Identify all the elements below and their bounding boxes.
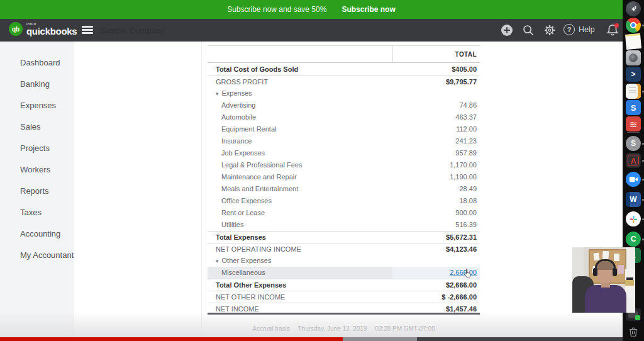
camtasia-icon[interactable]: C	[626, 232, 641, 247]
row-value[interactable]: 112.00	[392, 123, 480, 135]
video-progress-played	[0, 337, 343, 341]
report-rows: Total Cost of Goods Sold$405.00GROSS PRO…	[208, 64, 480, 315]
row-value: $ -2,666.00	[392, 291, 480, 303]
row-value: $4,123.46	[392, 243, 480, 255]
acrobat-reader-icon[interactable]: Λ	[626, 153, 641, 168]
report-row: Maintenance and Repair1,190.00	[208, 171, 480, 183]
row-value[interactable]: 28.49	[392, 183, 480, 195]
row-value[interactable]: 241.23	[392, 135, 480, 147]
red-stack-app-icon[interactable]: ≋	[626, 116, 641, 131]
sidebar-item-taxes[interactable]: Taxes	[0, 202, 74, 223]
row-label: Miscellaneous	[208, 267, 392, 279]
video-progress-buffered	[343, 337, 418, 341]
report-row: Meals and Entertainment28.49	[208, 183, 480, 195]
row-label: Insurance	[208, 135, 392, 147]
presenter-torso	[585, 285, 626, 313]
report-row: Total Expenses$5,672.31	[208, 231, 480, 243]
webcam-overlay	[572, 247, 635, 313]
report-row: Rent or Lease900.00	[208, 207, 480, 219]
report-pane-edge	[201, 42, 202, 337]
notification-bell-icon[interactable]	[606, 23, 619, 37]
sidebar-item-dashboard[interactable]: Dashboard	[0, 52, 74, 74]
blue-s-app-icon[interactable]: S	[626, 100, 641, 115]
report-row: ▾Expenses	[208, 87, 480, 99]
sidebar-item-projects[interactable]: Projects	[0, 138, 74, 159]
row-label: ▾Expenses	[208, 87, 392, 99]
create-plus-icon[interactable]	[501, 24, 513, 36]
row-value[interactable]: 516.39	[392, 219, 480, 231]
help-menu[interactable]: ? Help	[564, 24, 595, 35]
report-row: Insurance241.23	[208, 135, 480, 147]
row-label: GROSS PROFIT	[208, 76, 392, 87]
hand-cursor-icon	[463, 268, 473, 281]
sidebar-item-accounting[interactable]: Accounting	[0, 223, 74, 245]
row-label: NET OPERATING INCOME	[208, 243, 392, 255]
promo-message: Subscribe now and save 50%	[227, 5, 326, 14]
row-label: ▾Other Expenses	[208, 255, 392, 267]
content-bottom-fade	[0, 311, 623, 337]
hamburger-menu-icon[interactable]	[82, 26, 93, 35]
row-label: Office Expenses	[208, 195, 392, 207]
row-value	[392, 255, 480, 267]
sidebar-item-expenses[interactable]: Expenses	[0, 95, 74, 116]
main-content: DashboardBankingExpensesSalesProjectsWor…	[0, 42, 623, 337]
row-value[interactable]: 900.00	[392, 207, 480, 219]
quickbooks-logo: qb intuit quickbooks	[9, 22, 77, 36]
row-value[interactable]: 18.08	[392, 195, 480, 207]
subscribe-button[interactable]: Subscribe now	[341, 5, 395, 14]
sidebar-item-reports[interactable]: Reports	[0, 181, 74, 202]
sidebar-item-my-accountant[interactable]: My Accountant	[0, 245, 74, 266]
launchpad-icon[interactable]	[626, 1, 641, 16]
promo-banner: Subscribe now and save 50% Subscribe now	[0, 0, 623, 19]
zoom-icon[interactable]	[626, 172, 641, 187]
report-row: Legal & Professional Fees1,170.00	[208, 159, 480, 171]
row-value[interactable]: 463.37	[392, 111, 480, 123]
camera-lens-icon[interactable]	[626, 50, 641, 65]
company-name: Sample Company	[99, 26, 164, 35]
row-value: $5,672.31	[392, 232, 480, 243]
dock-divider	[627, 132, 640, 133]
report-row: Utilities516.39	[208, 219, 480, 231]
word-icon[interactable]: W	[626, 192, 641, 207]
row-value[interactable]: 1,190.00	[392, 171, 480, 183]
row-value[interactable]: 957.89	[392, 147, 480, 159]
app-header: qb intuit quickbooks Sample Company	[0, 19, 623, 42]
slack-icon[interactable]	[626, 211, 641, 226]
collapse-triangle-icon[interactable]: ▾	[216, 91, 219, 97]
report-row: Equipment Rental112.00	[208, 123, 480, 135]
report-row: Total Cost of Goods Sold$405.00	[208, 64, 480, 75]
notebook-icon[interactable]	[626, 84, 641, 99]
video-progress-bar[interactable]	[0, 337, 623, 341]
report-row: GROSS PROFIT$9,795.77	[208, 75, 480, 87]
collapse-triangle-icon[interactable]: ▾	[216, 258, 219, 264]
table-header-row: TOTAL	[208, 45, 480, 63]
row-label: Job Expenses	[208, 147, 392, 159]
sidebar-item-workers[interactable]: Workers	[0, 159, 74, 181]
report-row: Automobile463.37	[208, 111, 480, 123]
quickbooks-wordmark: quickbooks	[26, 26, 77, 36]
row-label: Utilities	[208, 219, 392, 231]
help-icon: ?	[564, 24, 575, 35]
report-row: Office Expenses18.08	[208, 195, 480, 207]
row-value: $9,795.77	[392, 76, 480, 87]
gear-icon[interactable]	[543, 24, 556, 36]
terminal-icon[interactable]: >	[626, 67, 641, 82]
row-value[interactable]: 1,170.00	[392, 159, 480, 171]
shelf-sign	[625, 280, 634, 286]
row-label: NET OTHER INCOME	[208, 291, 392, 303]
search-icon[interactable]	[522, 24, 535, 36]
gray-s-app-icon[interactable]: S	[626, 136, 641, 151]
stickies-icon[interactable]	[625, 33, 641, 50]
help-label: Help	[579, 25, 595, 34]
row-label: Automobile	[208, 111, 392, 123]
sidebar-item-banking[interactable]: Banking	[0, 74, 74, 95]
chrome-icon[interactable]	[626, 18, 641, 33]
row-value: $2,666.00	[392, 279, 480, 291]
row-label: Total Other Expenses	[208, 279, 392, 291]
sidebar-item-sales[interactable]: Sales	[0, 116, 74, 138]
row-label: Meals and Entertainment	[208, 183, 392, 195]
trash-icon[interactable]	[626, 324, 641, 339]
row-value[interactable]: 74.86	[392, 99, 480, 111]
row-value	[392, 87, 480, 99]
row-label: Maintenance and Repair	[208, 171, 392, 183]
